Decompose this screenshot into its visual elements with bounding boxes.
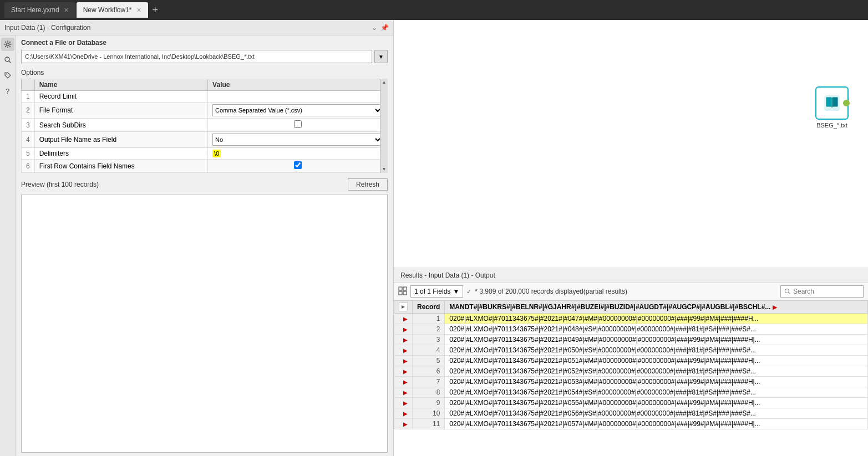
search-box [780, 285, 864, 298]
search-input[interactable] [793, 288, 860, 295]
results-tbody: ▶1020#|#LXMO#|#7011343675#|#2021#|#047#|… [394, 314, 868, 429]
tab-start-here[interactable]: Start Here.yxmd ✕ [4, 2, 75, 18]
results-row: ▶1020#|#LXMO#|#7011343675#|#2021#|#047#|… [394, 314, 868, 324]
file-path-input[interactable] [21, 50, 372, 63]
row-1-value[interactable] [208, 91, 388, 103]
record-limit-input[interactable] [212, 93, 383, 100]
tab-new-workflow[interactable]: New Workflow1* ✕ [77, 2, 148, 18]
delimiter-value[interactable]: \0 [212, 150, 221, 157]
row-5-name: Delimiters [34, 148, 207, 160]
row-5-num: 5 [22, 148, 35, 160]
tab-new-workflow-close[interactable]: ✕ [136, 7, 141, 14]
col-expand-arrow[interactable]: ▶ [773, 304, 777, 310]
preview-header: Preview (first 100 records) Refresh [21, 178, 388, 191]
results-table: Record MANDT#|#BUKRS#|#BELNR#|#GJAHR#|#B… [394, 300, 868, 429]
row-data-cell: 020#|#LXMO#|#7011343675#|#2021#|#050#|#S… [445, 345, 868, 356]
file-path-browse-btn[interactable]: ▼ [374, 50, 388, 63]
col-header-data: MANDT#|#BUKRS#|#BELNR#|#GJAHR#|#BUZEI#|#… [445, 301, 868, 314]
table-scrollbar[interactable]: ▲ ▼ [380, 79, 388, 173]
row-2-value[interactable]: Comma Separated Value (*.csv) [208, 103, 388, 119]
pin-icon[interactable]: 📌 [380, 24, 389, 32]
row-select-cell[interactable]: ▶ [394, 314, 413, 324]
row-num-cell: 2 [413, 324, 445, 335]
results-header: Results - Input Data (1) - Output [394, 268, 868, 283]
options-row-6: 6 First Row Contains Field Names [22, 160, 388, 173]
row-num-cell: 4 [413, 345, 445, 356]
sidebar-icon-gear[interactable] [1, 38, 14, 51]
row-select-cell[interactable]: ▶ [394, 387, 413, 398]
svg-marker-9 [402, 305, 405, 309]
row-2-name: File Format [34, 103, 207, 119]
row-select-cell[interactable]: ▶ [394, 398, 413, 408]
results-row: ▶2020#|#LXMO#|#7011343675#|#2021#|#048#|… [394, 324, 868, 335]
refresh-button[interactable]: Refresh [348, 178, 388, 191]
sidebar-icon-search[interactable] [1, 53, 14, 66]
tab-add-button[interactable]: + [149, 4, 162, 16]
options-label: Options [21, 69, 388, 76]
output-filename-select[interactable]: No [212, 134, 383, 146]
row-select-cell[interactable]: ▶ [394, 335, 413, 345]
preview-area [21, 194, 388, 453]
config-header-icons: ⌄ 📌 [372, 24, 389, 32]
row-indicator-header [399, 303, 408, 311]
sidebar-icon-help[interactable]: ? [1, 84, 14, 98]
row-num-cell: 9 [413, 398, 445, 408]
first-row-field-names-checkbox[interactable] [294, 161, 302, 169]
row-num-cell: 10 [413, 408, 445, 419]
search-subdirs-checkbox[interactable] [294, 120, 302, 128]
row-3-value [208, 119, 388, 132]
results-table-wrap: Record MANDT#|#BUKRS#|#BELNR#|#GJAHR#|#B… [394, 300, 868, 456]
row-num-cell: 7 [413, 377, 445, 387]
row-select-cell[interactable]: ▶ [394, 377, 413, 387]
row-5-value[interactable]: \0 [208, 148, 388, 160]
svg-point-0 [6, 43, 9, 46]
collapse-icon[interactable]: ⌄ [372, 24, 377, 32]
row-6-value [208, 160, 388, 173]
options-table-container: Name Value 1 Record Limit 2 [21, 79, 388, 173]
results-toolbar: 1 of 1 Fields ▼ ✓ * 3,909 of 200,000 rec… [394, 283, 868, 300]
row-select-cell[interactable]: ▶ [394, 324, 413, 335]
col-header-name: Name [34, 79, 207, 91]
row-num-cell: 3 [413, 335, 445, 345]
file-path-row: ▼ [21, 50, 388, 63]
row-data-cell: 020#|#LXMO#|#7011343675#|#2021#|#052#|#S… [445, 366, 868, 377]
svg-rect-5 [403, 287, 407, 290]
row-4-num: 4 [22, 132, 35, 148]
row-3-num: 3 [22, 119, 35, 132]
fields-info-label: 1 of 1 Fields [414, 288, 450, 295]
row-select-cell[interactable]: ▶ [394, 345, 413, 356]
row-4-name: Output File Name as Field [34, 132, 207, 148]
fields-dropdown[interactable]: 1 of 1 Fields ▼ [410, 285, 463, 298]
row-select-cell[interactable]: ▶ [394, 356, 413, 366]
svg-point-2 [6, 74, 7, 75]
row-select-cell[interactable]: ▶ [394, 408, 413, 419]
row-data-cell: 020#|#LXMO#|#7011343675#|#2021#|#047#|#M… [445, 314, 868, 324]
search-icon [784, 288, 791, 295]
results-row: ▶4020#|#LXMO#|#7011343675#|#2021#|#050#|… [394, 345, 868, 356]
right-panel: BSEG_*.txt Results - Input Data (1) - Ou… [394, 20, 868, 456]
tab-start-here-close[interactable]: ✕ [64, 7, 69, 14]
results-row: ▶8020#|#LXMO#|#7011343675#|#2021#|#054#|… [394, 387, 868, 398]
row-data-cell: 020#|#LXMO#|#7011343675#|#2021#|#049#|#M… [445, 335, 868, 345]
file-format-select[interactable]: Comma Separated Value (*.csv) [212, 104, 383, 116]
row-select-cell[interactable]: ▶ [394, 419, 413, 429]
options-row-4: 4 Output File Name as Field No [22, 132, 388, 148]
grid-icon[interactable] [398, 286, 407, 297]
row-data-cell: 020#|#LXMO#|#7011343675#|#2021#|#051#|#M… [445, 356, 868, 366]
row-num-cell: 11 [413, 419, 445, 429]
config-header: Input Data (1) - Configuration ⌄ 📌 [0, 20, 393, 35]
row-4-value[interactable]: No [208, 132, 388, 148]
workflow-node[interactable]: BSEG_*.txt [815, 86, 849, 129]
row-num-cell: 6 [413, 366, 445, 377]
node-icon-box [815, 86, 849, 120]
results-panel: Results - Input Data (1) - Output 1 of 1… [394, 268, 868, 456]
canvas-area[interactable]: BSEG_*.txt [394, 20, 868, 268]
row-select-cell[interactable]: ▶ [394, 366, 413, 377]
results-row: ▶5020#|#LXMO#|#7011343675#|#2021#|#051#|… [394, 356, 868, 366]
results-row: ▶9020#|#LXMO#|#7011343675#|#2021#|#055#|… [394, 398, 868, 408]
sidebar-icon-tag[interactable] [1, 69, 14, 82]
row-data-cell: 020#|#LXMO#|#7011343675#|#2021#|#057#|#M… [445, 419, 868, 429]
svg-rect-7 [403, 291, 407, 295]
tab-bar: Start Here.yxmd ✕ New Workflow1* ✕ + [0, 0, 868, 20]
check-icon[interactable]: ✓ [466, 288, 471, 295]
